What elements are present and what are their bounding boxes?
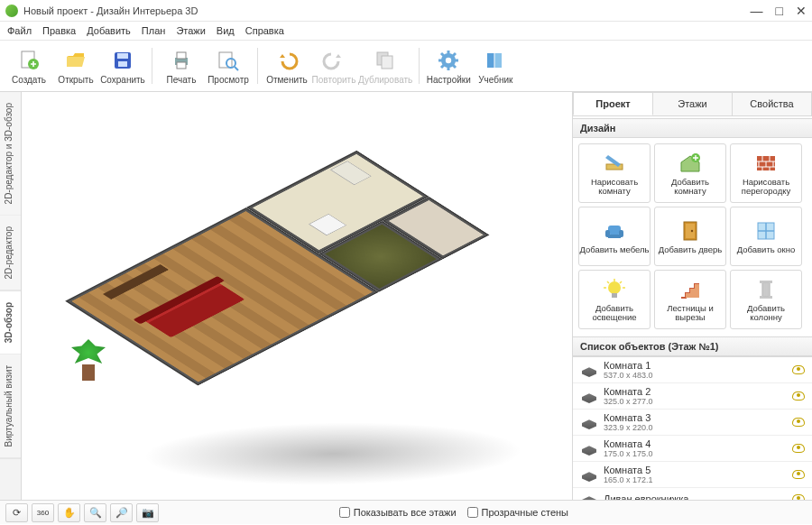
- toolbar-separator: [257, 48, 258, 84]
- visibility-eye-icon[interactable]: [792, 444, 805, 453]
- menu-floors[interactable]: Этажи: [176, 25, 205, 36]
- redo-button[interactable]: Повторить: [310, 42, 357, 89]
- object-list-item[interactable]: Комната 2325.0 x 277.0: [573, 383, 812, 410]
- object-list-item[interactable]: Комната 3323.9 x 220.0: [573, 410, 812, 436]
- tab-project[interactable]: Проект: [573, 92, 653, 115]
- tab-properties[interactable]: Свойства: [733, 92, 812, 115]
- visibility-eye-icon[interactable]: [792, 418, 805, 427]
- right-panel: Проект Этажи Свойства Дизайн Нарисовать …: [573, 92, 812, 500]
- visibility-eye-icon[interactable]: [792, 494, 805, 500]
- side-tab-3d[interactable]: 3D-обзор: [0, 291, 21, 355]
- statusbar: ⟳ 360 ✋ 🔍 🔎 📷 Показывать все этажи Прозр…: [0, 500, 812, 524]
- new-doc-icon: [16, 48, 42, 73]
- object-list-item[interactable]: Комната 1537.0 x 483.0: [573, 357, 812, 383]
- camera-button[interactable]: 📷: [136, 503, 159, 522]
- maximize-button[interactable]: □: [776, 4, 783, 18]
- object-name: Диван еврокнижка: [604, 493, 787, 500]
- svg-point-25: [608, 281, 621, 294]
- tab-floors[interactable]: Этажи: [653, 92, 733, 115]
- 360-button[interactable]: 360: [32, 503, 54, 522]
- add-room-button[interactable]: Добавить комнату: [654, 143, 726, 203]
- object-list-item[interactable]: Комната 4175.0 x 175.0: [573, 436, 812, 462]
- add-furniture-button[interactable]: Добавить мебель: [578, 207, 651, 266]
- object-dimensions: 165.0 x 172.1: [604, 475, 787, 484]
- object-list-item[interactable]: Комната 5165.0 x 172.1: [573, 462, 812, 488]
- room-cube-icon: [580, 466, 598, 483]
- object-text: Диван еврокнижка: [604, 493, 787, 500]
- visibility-eye-icon[interactable]: [792, 391, 805, 401]
- rotate-button[interactable]: ⟳: [5, 503, 28, 522]
- close-button[interactable]: ✕: [796, 4, 807, 18]
- book-icon: [483, 48, 508, 73]
- hand-icon: ✋: [63, 507, 76, 519]
- right-tabs: Проект Этажи Свойства: [573, 92, 812, 116]
- add-door-button[interactable]: Добавить дверь: [654, 207, 726, 266]
- titlebar: Новый проект - Дизайн Интерьера 3D — □ ✕: [0, 0, 812, 22]
- zoom-in-icon: 🔍: [89, 507, 102, 519]
- add-light-button[interactable]: Добавить освещение: [578, 270, 651, 329]
- side-tab-2d3d[interactable]: 2D-редактор и 3D-обзор: [0, 92, 21, 216]
- menu-view[interactable]: Вид: [217, 25, 235, 36]
- rotate-icon: ⟳: [13, 507, 21, 519]
- design-header: Дизайн: [573, 118, 812, 138]
- print-icon: [169, 48, 194, 73]
- visibility-eye-icon[interactable]: [792, 470, 805, 479]
- object-dimensions: 175.0 x 175.0: [604, 449, 787, 458]
- pan-button[interactable]: ✋: [58, 503, 80, 522]
- svg-rect-3: [117, 53, 128, 59]
- transparent-walls-checkbox[interactable]: Прозрачные стены: [467, 507, 568, 518]
- object-dimensions: 537.0 x 483.0: [604, 371, 787, 380]
- show-all-floors-checkbox[interactable]: Показывать все этажи: [339, 507, 457, 518]
- preview-button[interactable]: Просмотр: [205, 42, 252, 89]
- side-tabs: 2D-редактор и 3D-обзор 2D-редактор 3D-об…: [0, 92, 22, 500]
- stairs-button[interactable]: Лестницы и вырезы: [654, 270, 726, 329]
- show-all-floors-input[interactable]: [339, 507, 350, 518]
- transparent-walls-input[interactable]: [467, 507, 478, 518]
- create-button[interactable]: Создать: [5, 42, 52, 89]
- object-list-header: Список объектов (Этаж №1): [573, 336, 812, 356]
- menu-plan[interactable]: План: [142, 25, 166, 36]
- 360-icon: 360: [37, 509, 49, 517]
- draw-partition-button[interactable]: Нарисовать перегородку: [730, 143, 802, 203]
- undo-icon: [274, 48, 300, 73]
- zoom-out-button[interactable]: 🔎: [110, 503, 133, 522]
- svg-point-13: [446, 57, 451, 62]
- object-text: Комната 3323.9 x 220.0: [604, 412, 787, 432]
- add-window-button[interactable]: Добавить окно: [730, 207, 802, 266]
- save-button[interactable]: Сохранить: [99, 42, 146, 89]
- object-name: Комната 3: [604, 412, 787, 423]
- menu-file[interactable]: Файл: [7, 25, 32, 36]
- object-text: Комната 4175.0 x 175.0: [604, 438, 787, 458]
- folder-open-icon: [63, 48, 88, 73]
- toolbar: Создать Открыть Сохранить Печать Просмот…: [0, 40, 812, 92]
- object-list-item[interactable]: Диван еврокнижка: [573, 488, 812, 500]
- duplicate-button[interactable]: Дублировать: [357, 42, 413, 89]
- minimize-button[interactable]: —: [751, 4, 763, 18]
- svg-rect-14: [606, 164, 623, 170]
- menu-add[interactable]: Добавить: [87, 25, 131, 36]
- object-list[interactable]: Комната 1537.0 x 483.0Комната 2325.0 x 2…: [573, 356, 812, 500]
- visibility-eye-icon[interactable]: [792, 365, 805, 374]
- stairs-icon: [678, 277, 703, 302]
- floorplan-render: [62, 124, 531, 467]
- tutorial-button[interactable]: Учебник: [472, 42, 519, 89]
- camera-icon: 📷: [142, 507, 154, 519]
- viewport-3d[interactable]: [22, 92, 573, 500]
- duplicate-icon: [373, 48, 398, 73]
- room-cube-icon: [580, 491, 598, 500]
- column-icon: [753, 277, 779, 302]
- open-button[interactable]: Открыть: [52, 42, 99, 89]
- menu-help[interactable]: Справка: [245, 25, 284, 36]
- settings-button[interactable]: Настройки: [425, 42, 472, 89]
- draw-room-button[interactable]: Нарисовать комнату: [578, 143, 651, 203]
- svg-rect-4: [118, 61, 127, 67]
- side-tab-virtual[interactable]: Виртуальный визит: [0, 355, 21, 459]
- undo-button[interactable]: Отменить: [263, 42, 310, 89]
- menu-edit[interactable]: Правка: [42, 25, 76, 36]
- side-tab-2d[interactable]: 2D-редактор: [0, 216, 21, 291]
- room-cube-icon: [580, 388, 598, 404]
- svg-rect-11: [382, 56, 392, 69]
- add-column-button[interactable]: Добавить колонну: [730, 270, 802, 329]
- zoom-in-button[interactable]: 🔍: [84, 503, 106, 522]
- print-button[interactable]: Печать: [158, 42, 205, 89]
